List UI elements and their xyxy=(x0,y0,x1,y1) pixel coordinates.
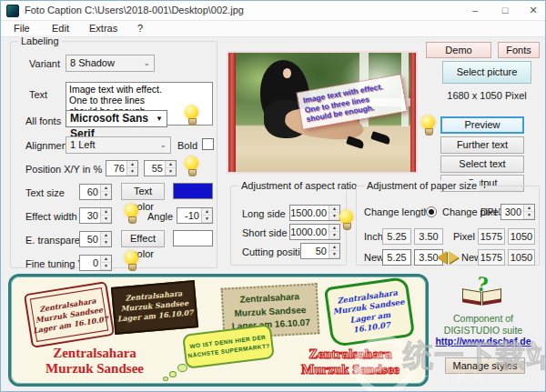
bubble-dot xyxy=(169,371,177,377)
website-link[interactable]: http://www.dschaf.de xyxy=(435,336,531,347)
fonts-button[interactable]: Fonts xyxy=(498,42,540,58)
long-side-stepper[interactable]: 1500.00 ▲▼ xyxy=(289,205,340,221)
app-icon xyxy=(6,5,19,17)
fine-tuning-label: Fine tuning Y xyxy=(25,258,85,269)
cutting-position-stepper[interactable]: 50 ▲▼ xyxy=(300,243,340,259)
manage-styles-button[interactable]: Manage styles xyxy=(445,357,525,374)
style-sample-brown-stamp[interactable]: Zentralsahara Murzuk Sandsee Lager am 16… xyxy=(111,280,198,335)
paper-size-title: Adjustment of paper size xyxy=(364,180,480,191)
hint-bulb-icon[interactable] xyxy=(184,156,199,176)
title-bar: Foto Caption C:\Users\2018-001\Desktop\0… xyxy=(1,1,545,21)
variant-dropdown[interactable]: 8 Shadow⌄ xyxy=(66,55,155,72)
effect-color-button[interactable]: Effect color xyxy=(121,230,165,247)
aspect-ratio-group: Adjustment of aspect ratio Long side 150… xyxy=(230,186,347,266)
position-x-stepper[interactable]: 76 ▲▼ xyxy=(106,160,138,176)
effect-color-swatch xyxy=(173,230,213,246)
maximize-button[interactable]: □ xyxy=(491,1,519,20)
hint-bulb-icon[interactable] xyxy=(339,210,354,230)
alignment-dropdown[interactable]: 1 Left⌄ xyxy=(66,136,171,154)
bold-checkbox[interactable] xyxy=(202,138,214,150)
change-length-label: Change length xyxy=(364,206,430,217)
hint-bulb-icon[interactable] xyxy=(124,204,139,224)
position-y-stepper[interactable]: 55 ▲▼ xyxy=(144,160,177,176)
style-sample-green-frame[interactable]: Zentralsahara Murzuk Sandsee Lager am 16… xyxy=(324,276,415,347)
new-inch-width-field[interactable]: 5.25 xyxy=(382,249,411,266)
text-color-button[interactable]: Text color xyxy=(121,183,165,200)
demo-button[interactable]: Demo xyxy=(426,42,491,58)
all-fonts-label: All fonts xyxy=(25,116,61,126)
help-book-icon[interactable] xyxy=(461,279,503,310)
close-button[interactable]: ✕ xyxy=(520,1,546,20)
pixel-height-field: 1050 xyxy=(508,228,535,245)
hint-bulb-icon[interactable] xyxy=(124,251,139,271)
dpi-value: 300 xyxy=(501,205,523,219)
stepper-arrows[interactable]: ▲▼ xyxy=(523,205,534,219)
change-length-radio[interactable] xyxy=(426,206,437,217)
inch-label: Inch xyxy=(364,231,383,242)
long-side-value: 1500.00 xyxy=(290,206,329,220)
menu-help[interactable]: ? xyxy=(137,23,143,34)
bubble-dot xyxy=(177,364,187,372)
menu-extras[interactable]: Extras xyxy=(89,23,117,34)
pixel-label: Pixel xyxy=(453,231,475,242)
effect-width-stepper[interactable]: 30 ▲▼ xyxy=(79,207,112,224)
component-info: Component of DIGISTUDIO suite http://www… xyxy=(429,313,538,347)
menu-edit[interactable]: Edit xyxy=(52,23,69,34)
font-dropdown[interactable]: Microsoft Sans Serif▼ xyxy=(66,110,167,127)
stepper-arrows[interactable]: ▲▼ xyxy=(201,208,212,223)
sample-line: Zentralsahara xyxy=(36,346,153,361)
menu-bar: File Edit Extras ? xyxy=(1,21,545,37)
red-frame-right xyxy=(410,53,416,172)
new-pixel-width-field: 1575 xyxy=(478,249,505,266)
sample-line: Zentralsahara xyxy=(287,347,414,362)
sync-arrows-icon xyxy=(437,251,459,264)
stepper-arrows[interactable]: ▲▼ xyxy=(100,208,111,223)
fine-tuning-stepper[interactable]: 0 ▲▼ xyxy=(79,255,112,271)
stepper-arrows[interactable]: ▲▼ xyxy=(165,161,176,176)
fine-tuning-value: 0 xyxy=(80,256,100,270)
preview-photo[interactable]: Image text with effect. One to three lin… xyxy=(227,51,418,174)
select-text-button[interactable]: Select text xyxy=(440,156,524,173)
further-text-button[interactable]: Further text xyxy=(440,136,524,154)
sample-line: Murzuk Sandsee xyxy=(36,361,153,377)
labeling-group: Labeling Variant 8 Shadow⌄ Text Image te… xyxy=(10,41,217,268)
stepper-arrows[interactable]: ▲▼ xyxy=(126,161,137,176)
text-size-stepper[interactable]: 60 ▲▼ xyxy=(79,184,112,200)
preview-button[interactable]: Preview xyxy=(440,116,524,134)
style-sample-outline-red[interactable]: Zentralsahara Murzuk Sandsee xyxy=(287,347,414,377)
dpi-stepper[interactable]: 300 ▲▼ xyxy=(500,204,535,220)
alignment-value: 1 Left xyxy=(70,139,96,150)
e-transparency-stepper[interactable]: 50 ▲▼ xyxy=(79,231,112,247)
model-face xyxy=(283,68,291,78)
component-line: DIGISTUDIO suite xyxy=(429,325,538,337)
stepper-arrows[interactable]: ▲▼ xyxy=(329,244,339,258)
style-sample-plain-red[interactable]: Zentralsahara Murzuk Sandsee xyxy=(36,346,153,377)
pixel-info: 1680 x 1050 Pixel xyxy=(442,90,531,101)
chevron-down-icon: ⌄ xyxy=(159,137,167,153)
style-sample-speech-bubble[interactable]: Wo ist denn hier der nächste Supermarkt? xyxy=(182,324,275,369)
text-label: Text xyxy=(29,89,47,100)
e-transparency-value: 50 xyxy=(80,232,100,246)
hint-bulb-icon[interactable] xyxy=(420,116,436,136)
hint-bulb-icon[interactable] xyxy=(184,106,199,126)
minimize-button[interactable]: – xyxy=(461,1,489,20)
short-side-stepper[interactable]: 1000.00 ▲▼ xyxy=(289,224,340,240)
menu-file[interactable]: File xyxy=(14,23,30,34)
chevron-down-icon: ▼ xyxy=(156,111,163,126)
angle-value: -10 xyxy=(177,208,201,223)
high-heel xyxy=(370,131,390,145)
red-frame-left xyxy=(228,53,236,172)
variant-label: Variant xyxy=(29,58,60,69)
stepper-arrows[interactable]: ▲▼ xyxy=(100,256,111,270)
chevron-down-icon: ⌄ xyxy=(143,55,150,71)
select-picture-button[interactable]: Select picture xyxy=(442,61,531,84)
angle-stepper[interactable]: -10 ▲▼ xyxy=(177,207,213,224)
app-window: Foto Caption C:\Users\2018-001\Desktop\0… xyxy=(0,0,546,392)
stepper-arrows[interactable]: ▲▼ xyxy=(100,232,111,246)
text-size-value: 60 xyxy=(80,185,100,199)
angle-label: Angle xyxy=(147,211,173,222)
style-sample-red-ticket[interactable]: Zentralsahara Murzuk Sandsee Lager am 16… xyxy=(24,281,115,348)
pixel-width-field: 1575 xyxy=(478,228,505,245)
short-side-label: Short side xyxy=(242,227,288,238)
stepper-arrows[interactable]: ▲▼ xyxy=(100,185,111,199)
